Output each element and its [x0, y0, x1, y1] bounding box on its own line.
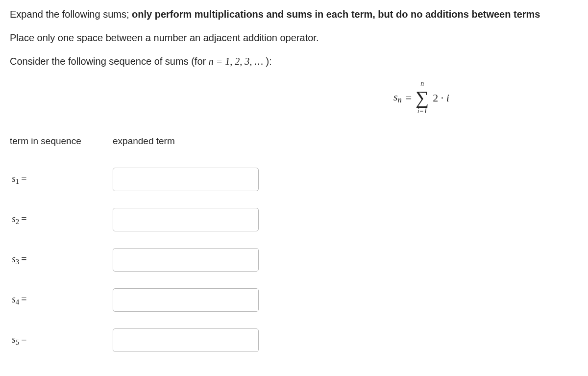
- instruction-line-3-prefix: Consider the following sequence of sums …: [10, 56, 209, 67]
- instruction-line-1-bold: only perform multiplications and sums in…: [132, 9, 540, 20]
- term-label-s3: s3=: [10, 251, 113, 267]
- sigma-lower-bound: i=1: [417, 108, 427, 115]
- term-label-s5: s5=: [10, 332, 113, 348]
- table-row: s2=: [10, 200, 578, 240]
- instruction-line-3-suffix: ):: [263, 56, 272, 67]
- answer-input-s1[interactable]: [113, 168, 259, 191]
- answer-input-s4[interactable]: [113, 288, 259, 312]
- sigma-block: n ∑ i=1: [416, 80, 429, 115]
- table-row: s4=: [10, 280, 578, 320]
- term-label-s1: s1=: [10, 171, 113, 187]
- instruction-line-1-normal: Expand the following sums;: [10, 9, 132, 20]
- term-label-s2: s2=: [10, 211, 113, 227]
- table-row: s3=: [10, 240, 578, 280]
- formula-lhs-sub: n: [398, 95, 402, 104]
- table-header-row: term in sequence expanded term: [10, 134, 578, 149]
- answer-input-s5[interactable]: [113, 328, 259, 352]
- summation-formula: sn = n ∑ i=1 2 · i: [10, 80, 578, 115]
- summand-coef: 2: [433, 92, 438, 104]
- formula-lhs-var: s: [393, 91, 398, 103]
- sigma-icon: ∑: [416, 88, 429, 107]
- instruction-line-3: Consider the following sequence of sums …: [10, 54, 578, 69]
- header-term-in-sequence: term in sequence: [10, 134, 113, 149]
- term-label-s4: s4=: [10, 292, 113, 307]
- summand-var: i: [446, 92, 449, 104]
- instruction-line-3-math: n = 1, 2, 3, …: [209, 56, 263, 67]
- answer-table: term in sequence expanded term s1= s2= s…: [10, 134, 578, 360]
- formula-equals: =: [406, 90, 412, 106]
- answer-input-s2[interactable]: [113, 208, 259, 231]
- table-row: s5=: [10, 320, 578, 360]
- sigma-upper-bound: n: [420, 80, 424, 87]
- header-expanded-term: expanded term: [113, 134, 175, 149]
- summand-dot: ·: [438, 92, 446, 104]
- answer-input-s3[interactable]: [113, 248, 259, 272]
- formula-summand: 2 · i: [433, 90, 449, 106]
- table-row: s1=: [10, 159, 578, 200]
- formula-lhs: sn: [393, 89, 402, 106]
- instruction-line-1: Expand the following sums; only perform …: [10, 7, 578, 22]
- instruction-line-2: Place only one space between a number an…: [10, 30, 578, 45]
